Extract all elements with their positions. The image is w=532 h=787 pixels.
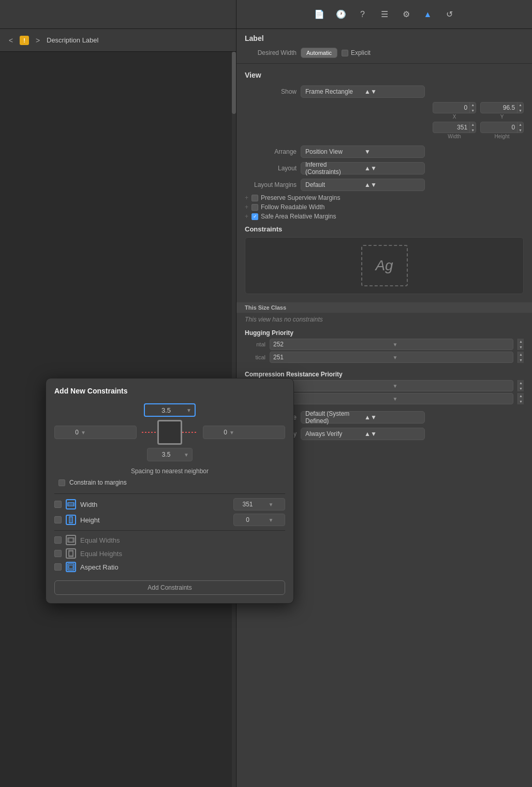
height-input-wrap[interactable]: ▲ ▼ [480,122,524,133]
hugging-priority-section: Hugging Priority ntal 252 ▼ ▲ ▼ tical 25… [237,326,532,368]
width-input[interactable] [433,124,469,131]
height-stepper[interactable]: ▲ ▼ [517,122,523,133]
safe-area-cb-box[interactable]: ✓ [252,213,258,220]
hugging-vertical-stepper[interactable]: ▲ ▼ [518,352,524,363]
add-constraints-button[interactable]: Add Constraints [54,580,285,595]
hugging-vertical-stepper-up[interactable]: ▲ [518,352,524,357]
compression-vertical-dropdown[interactable]: 750 ▼ [270,393,513,404]
constraints-section: Constraints Ag [237,221,532,302]
left-dashed-line [142,432,157,433]
aspect-ratio-row: Aspect Ratio [54,562,285,572]
compression-horizontal-dropdown[interactable]: 751 ▼ [270,380,513,391]
aspect-ratio-checkbox[interactable] [54,563,62,571]
height-stepper-down[interactable]: ▼ [518,127,523,133]
height-input[interactable] [481,124,517,131]
explicit-checkbox[interactable]: Explicit [342,49,371,56]
hugging-vertical-dropdown[interactable]: 251 ▼ [270,352,513,363]
x-stepper[interactable]: ▲ ▼ [469,102,476,113]
scrollbar-thumb[interactable] [232,52,236,114]
x-input-wrap[interactable]: ▲ ▼ [433,102,476,113]
compression-vertical-stepper[interactable]: ▲ ▼ [518,393,524,404]
hugging-horizontal-stepper-up[interactable]: ▲ [518,339,524,344]
refresh-icon[interactable]: ↺ [442,7,457,22]
follow-readable-plus-icon[interactable]: + [245,203,248,211]
width-stepper-up[interactable]: ▲ [470,122,476,127]
equal-widths-checkbox[interactable] [54,536,62,544]
document-icon[interactable]: 📄 [312,7,327,22]
breadcrumb-back-button[interactable]: < [5,35,17,46]
quality-dropdown[interactable]: Always Verify ▲▼ [301,428,425,440]
list-icon[interactable]: ☰ [377,7,392,22]
hugging-vertical-label: tical [245,354,265,360]
width-stepper[interactable]: ▲ ▼ [469,122,476,133]
sliders-icon[interactable]: ⚙ [398,7,414,22]
width-input-wrap[interactable]: ▲ ▼ [433,122,476,133]
height-stepper-up[interactable]: ▲ [518,122,523,127]
compression-horizontal-stepper[interactable]: ▲ ▼ [518,380,524,391]
arrange-dropdown[interactable]: Position View ▼ [301,145,425,158]
bottom-spacing-input[interactable] [151,451,182,458]
x-stepper-down[interactable]: ▼ [470,108,476,113]
width-dim-icon [66,499,76,509]
question-icon[interactable]: ? [355,7,371,22]
show-dropdown[interactable]: Frame Rectangle ▲▼ [301,85,425,98]
show-row: Show Frame Rectangle ▲▼ [237,83,532,100]
quality-value: Always Verify [305,430,362,438]
constrain-margins-cb-box[interactable] [58,479,65,486]
y-input[interactable] [481,104,517,111]
desired-width-segment[interactable]: Automatic [301,48,337,58]
ag-text: Ag [375,257,393,274]
hugging-horizontal-stepper-down[interactable]: ▼ [518,344,524,350]
top-spacing-input-wrap[interactable]: ▼ [144,403,196,417]
size-dropdown[interactable]: Default (System Defined) ▲▼ [301,411,425,424]
preserve-plus-icon[interactable]: + [245,194,248,201]
y-stepper-up[interactable]: ▲ [518,102,523,108]
y-stepper[interactable]: ▲ ▼ [517,102,523,113]
constrain-margins-label: Constrain to margins [69,479,127,486]
breadcrumb-forward-button[interactable]: > [32,35,43,46]
bottom-spacing-input-wrap[interactable]: ▼ [147,448,193,461]
width-field: ▲ ▼ Width [433,122,476,139]
preserve-superview-cb-box[interactable] [252,195,258,201]
x-stepper-up[interactable]: ▲ [470,102,476,108]
x-input[interactable] [433,104,469,111]
wh-row: ▲ ▼ Width ▲ ▼ Height [245,122,524,139]
top-spacing-input[interactable] [148,406,184,414]
safe-area-checkbox[interactable]: ✓ Safe Area Relative Margins [252,213,336,220]
automatic-segment-btn[interactable]: Automatic [301,48,337,57]
hugging-vertical-arrow: ▼ [393,355,510,360]
right-spacing-input[interactable] [206,429,227,436]
compression-horizontal-stepper-up[interactable]: ▲ [518,380,524,386]
height-dim-value-dropdown[interactable]: 0 ▼ [233,514,285,526]
explicit-checkbox-box[interactable] [342,50,348,56]
show-value: Frame Rectangle [305,88,362,95]
follow-readable-checkbox[interactable]: Follow Readable Width [252,203,324,211]
hugging-horizontal-stepper[interactable]: ▲ ▼ [518,339,524,350]
left-spacing-input-wrap[interactable]: ▼ [54,426,137,439]
follow-readable-cb-box[interactable] [252,204,258,211]
show-label: Show [245,88,297,95]
left-spacing-input[interactable] [58,429,79,436]
compression-horizontal-stepper-down[interactable]: ▼ [518,386,524,391]
layout-margins-label: Layout Margins [245,181,297,188]
preserve-superview-row: + Preserve Superview Margins [237,193,532,202]
width-stepper-down[interactable]: ▼ [470,127,476,133]
hugging-vertical-stepper-down[interactable]: ▼ [518,357,524,363]
y-input-wrap[interactable]: ▲ ▼ [480,102,524,113]
right-spacing-input-wrap[interactable]: ▼ [203,426,285,439]
compression-vertical-stepper-down[interactable]: ▼ [518,399,524,404]
equal-heights-checkbox[interactable] [54,550,62,557]
layout-dropdown[interactable]: Inferred (Constraints) ▲▼ [301,162,425,174]
height-dim-checkbox[interactable] [54,516,62,523]
breadcrumb-bar: < ! > Description Label [0,29,236,52]
compression-vertical-stepper-up[interactable]: ▲ [518,393,524,399]
width-dim-checkbox[interactable] [54,501,62,508]
width-dim-value-dropdown[interactable]: 351 ▼ [233,498,285,511]
safe-area-plus-icon[interactable]: + [245,213,248,220]
preserve-superview-checkbox[interactable]: Preserve Superview Margins [252,194,340,201]
clock-icon[interactable]: 🕐 [333,7,349,22]
y-stepper-down[interactable]: ▼ [518,108,523,113]
hugging-horizontal-dropdown[interactable]: 252 ▼ [270,339,513,350]
triangle-icon[interactable]: ▲ [420,7,436,22]
layout-margins-dropdown[interactable]: Default ▲▼ [301,179,425,191]
